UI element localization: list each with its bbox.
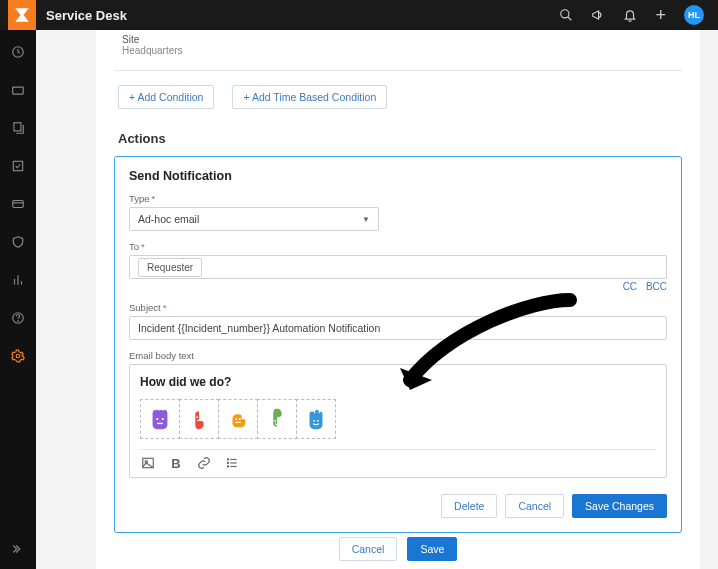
content-gutter — [36, 30, 96, 569]
svg-point-23 — [278, 420, 280, 422]
svg-point-24 — [313, 420, 315, 422]
svg-rect-21 — [235, 422, 241, 423]
nav-settings-icon[interactable] — [10, 348, 26, 364]
email-body-editor[interactable]: How did we do? B — [129, 364, 667, 478]
body-heading: How did we do? — [140, 375, 656, 389]
cc-link[interactable]: CC — [623, 281, 637, 292]
svg-point-13 — [16, 354, 20, 358]
card-title: Send Notification — [129, 169, 667, 183]
body-label: Email body text — [129, 350, 667, 361]
nav-analytics-icon[interactable] — [10, 272, 26, 288]
actions-section-title: Actions — [118, 131, 682, 146]
cc-bcc-row: CC BCC — [129, 281, 667, 292]
nav-card-icon[interactable] — [10, 196, 26, 212]
delete-button[interactable]: Delete — [441, 494, 497, 518]
rating-emoji-4[interactable] — [257, 399, 297, 439]
svg-point-14 — [156, 418, 158, 420]
content-area: Site Headquarters + Add Condition + Add … — [36, 30, 718, 569]
svg-rect-3 — [13, 87, 24, 94]
divider — [114, 70, 682, 71]
to-input[interactable]: Requester — [129, 255, 667, 279]
nav-copy-icon[interactable] — [10, 120, 26, 136]
list-icon[interactable] — [224, 456, 240, 473]
subject-input[interactable]: Incident {{Incident_number}} Automation … — [129, 316, 667, 340]
app-title: Service Desk — [46, 8, 127, 23]
content-panel: Site Headquarters + Add Condition + Add … — [96, 30, 700, 569]
svg-point-15 — [162, 418, 164, 420]
site-block: Site Headquarters — [122, 30, 682, 66]
to-label: To* — [129, 241, 667, 252]
svg-point-18 — [200, 416, 202, 418]
condition-buttons: + Add Condition + Add Time Based Conditi… — [118, 85, 682, 109]
svg-point-33 — [227, 466, 228, 467]
bcc-link[interactable]: BCC — [646, 281, 667, 292]
footer-button-row: Cancel Save — [96, 537, 700, 561]
to-chip[interactable]: Requester — [138, 258, 202, 277]
save-changes-button[interactable]: Save Changes — [572, 494, 667, 518]
svg-point-25 — [317, 420, 319, 422]
body-row: Email body text How did we do? B — [129, 350, 667, 478]
rating-emoji-5[interactable] — [296, 399, 336, 439]
left-nav — [0, 30, 36, 569]
user-avatar[interactable]: HL — [684, 5, 704, 25]
nav-help-icon[interactable] — [10, 310, 26, 326]
bold-icon[interactable]: B — [168, 456, 184, 473]
link-icon[interactable] — [196, 456, 212, 473]
footer-cancel-button[interactable]: Cancel — [339, 537, 398, 561]
svg-point-20 — [239, 418, 241, 420]
top-bar: Service Desk + HL — [0, 0, 718, 30]
svg-point-32 — [227, 462, 228, 463]
notification-card: Send Notification Type* Ad-hoc email ▼ T… — [114, 156, 682, 533]
type-select[interactable]: Ad-hoc email ▼ — [129, 207, 379, 231]
type-value: Ad-hoc email — [138, 213, 199, 225]
card-button-row: Delete Cancel Save Changes — [129, 494, 667, 518]
top-actions: + HL — [559, 5, 718, 26]
svg-rect-16 — [157, 423, 163, 424]
svg-point-12 — [18, 321, 19, 322]
svg-point-0 — [561, 10, 569, 18]
rating-emoji-row — [140, 399, 656, 439]
rating-emoji-1[interactable] — [140, 399, 180, 439]
subject-label: Subject* — [129, 302, 667, 313]
rating-emoji-2[interactable] — [179, 399, 219, 439]
search-icon[interactable] — [559, 8, 573, 22]
svg-line-1 — [568, 17, 572, 21]
rating-emoji-3[interactable] — [218, 399, 258, 439]
svg-rect-6 — [13, 201, 24, 208]
svg-point-17 — [196, 416, 198, 418]
editor-toolbar: B — [140, 449, 656, 473]
subject-row: Subject* Incident {{Incident_number}} Au… — [129, 302, 667, 340]
add-condition-button[interactable]: + Add Condition — [118, 85, 214, 109]
nav-tickets-icon[interactable] — [10, 82, 26, 98]
nav-dashboard-icon[interactable] — [10, 44, 26, 60]
svg-point-19 — [235, 418, 237, 420]
nav-collapse-icon[interactable] — [10, 541, 26, 557]
logo-icon — [13, 6, 31, 24]
svg-point-22 — [274, 420, 276, 422]
caret-down-icon: ▼ — [362, 215, 370, 224]
footer-save-button[interactable]: Save — [407, 537, 457, 561]
site-label: Site — [122, 34, 682, 45]
add-time-condition-button[interactable]: + Add Time Based Condition — [232, 85, 387, 109]
bell-icon[interactable] — [623, 8, 637, 22]
insert-image-icon[interactable] — [140, 456, 156, 473]
nav-shield-icon[interactable] — [10, 234, 26, 250]
add-icon[interactable]: + — [655, 5, 666, 26]
type-label: Type* — [129, 193, 667, 204]
megaphone-icon[interactable] — [591, 8, 605, 22]
nav-checkbox-icon[interactable] — [10, 158, 26, 174]
app-logo — [8, 0, 36, 30]
subject-value: Incident {{Incident_number}} Automation … — [138, 322, 380, 334]
site-value: Headquarters — [122, 45, 682, 56]
to-row: To* Requester CC BCC — [129, 241, 667, 292]
svg-rect-4 — [14, 123, 21, 131]
type-row: Type* Ad-hoc email ▼ — [129, 193, 667, 231]
svg-point-31 — [227, 459, 228, 460]
svg-rect-5 — [13, 161, 22, 170]
cancel-button[interactable]: Cancel — [505, 494, 564, 518]
